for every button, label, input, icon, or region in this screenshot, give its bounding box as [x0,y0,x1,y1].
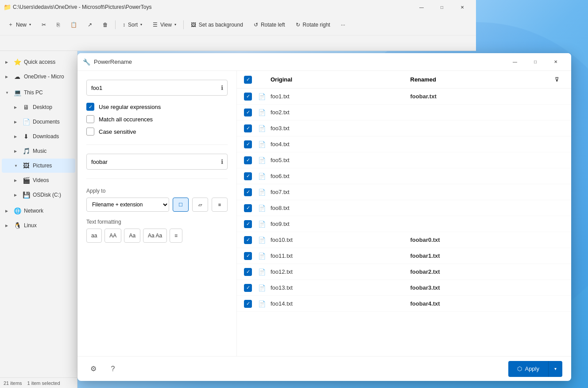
row-checkbox[interactable] [244,252,252,260]
apply-to-select[interactable]: Filename onlyExtension onlyFilename + ex… [86,198,169,212]
pr-title-icon: 🔧 [83,58,90,66]
sidebar-item-linux[interactable]: ▶ 🐧 Linux [2,218,75,233]
pr-maximize-button[interactable]: □ [525,55,545,69]
view-button[interactable]: ☰ View ▾ [148,17,181,33]
music-icon: 🎵 [22,147,30,155]
cut-icon: ✂ [42,22,46,28]
sidebar-item-label: OSDisk (C:) [33,192,61,198]
table-row[interactable]: 📄 foo8.txt [237,200,571,216]
row-checkbox[interactable] [244,140,252,148]
row-checkbox[interactable] [244,220,252,228]
row-checkbox[interactable] [244,156,252,164]
apply-to-section: Apply to Filename onlyExtension onlyFile… [86,188,228,212]
explorer-close-button[interactable]: ✕ [452,0,472,14]
explorer-window-title: C:\Users\dedavis\OneDrive - Microsoft\Pi… [13,4,410,10]
sidebar-item-pictures[interactable]: ▼ 🖼 Pictures [2,159,75,173]
table-row[interactable]: 📄 foo11.txt foobar1.txt [237,248,571,264]
sidebar-item-music[interactable]: ▶ 🎵 Music [2,144,75,158]
cloud-icon: ☁ [13,73,21,81]
cut-button[interactable]: ✂ [37,17,50,33]
file-icon: 📄 [258,141,266,148]
sidebar-item-onedrive[interactable]: ▶ ☁ OneDrive - Micro [2,70,75,84]
case-sensitive-checkbox[interactable] [86,128,94,136]
row-checkbox[interactable] [244,109,252,116]
search-info-icon[interactable]: ℹ [221,84,223,91]
row-checkbox[interactable] [244,300,252,308]
match-all-checkbox[interactable] [86,115,94,123]
row-file-icon-container: 📄 [258,205,271,212]
row-check [244,252,258,260]
rotate-right-button[interactable]: ↻ Rotate right [291,17,335,33]
table-row[interactable]: 📄 foo2.txt [237,105,571,120]
pr-left-panel: ℹ Use regular expressions Match all occu… [77,71,237,356]
list-format-button[interactable]: ≡ [170,229,182,243]
sidebar-item-osdisk[interactable]: ▶ 💾 OSDisk (C:) [2,188,75,202]
sidebar-item-videos[interactable]: ▶ 🎬 Videos [2,173,75,187]
apply-dropdown-button[interactable]: ▾ [548,361,562,377]
format-folders-button[interactable]: ▱ [192,198,208,212]
select-all-checkbox[interactable] [244,76,252,84]
table-row[interactable]: 📄 foo13.txt foobar3.txt [237,280,571,296]
apply-button[interactable]: ⬡ Apply [508,361,548,377]
table-row[interactable]: 📄 foo10.txt foobar0.txt [237,232,571,248]
sidebar-item-quick-access[interactable]: ▶ ⭐ Quick access [2,55,75,69]
sidebar-item-network[interactable]: ▶ 🌐 Network [2,204,75,218]
paste-button[interactable]: 📋 [66,17,81,33]
table-row[interactable]: 📄 foo7.txt [237,184,571,200]
sidebar-item-downloads[interactable]: ▶ ⬇ Downloads [2,129,75,144]
pr-footer: ⚙ ? ⬡ Apply ▾ [77,356,571,381]
help-button[interactable]: ? [106,362,120,376]
share-button[interactable]: ↗ [83,17,97,33]
replace-input[interactable] [86,154,228,170]
sidebar-item-documents[interactable]: ▶ 📄 Documents [2,115,75,129]
sidebar-item-desktop[interactable]: ▶ 🖥 Desktop [2,100,75,114]
lowercase-button[interactable]: aa [86,229,102,243]
table-row[interactable]: 📄 foo6.txt [237,168,571,184]
filter-button[interactable]: ⊽ [550,76,564,83]
set-background-button[interactable]: 🖼 Set as background [186,17,248,33]
row-checkbox[interactable] [244,284,252,292]
copy-icon: ⎘ [57,22,60,28]
row-checkbox[interactable] [244,188,252,196]
format-files-button[interactable]: ☐ [173,198,189,212]
titlecase-button[interactable]: Aa [124,229,140,243]
new-button[interactable]: ＋ New ▾ [4,17,35,33]
table-row[interactable]: 📄 foo1.txt foobar.txt [237,89,571,105]
copy-button[interactable]: ⎘ [52,17,64,33]
row-file-icon-container: 📄 [258,300,271,307]
table-row[interactable]: 📄 foo12.txt foobar2.txt [237,264,571,280]
table-row[interactable]: 📄 foo3.txt [237,120,571,136]
pr-minimize-button[interactable]: — [505,55,525,69]
table-row[interactable]: 📄 foo5.txt [237,152,571,168]
row-checkbox[interactable] [244,204,252,212]
replace-info-icon[interactable]: ℹ [221,158,223,165]
camelcase-button[interactable]: Aa Aa [143,229,167,243]
row-original: foo11.txt [271,252,410,259]
pr-close-button[interactable]: ✕ [545,55,566,69]
more-button[interactable]: ··· [337,17,350,33]
row-checkbox[interactable] [244,93,252,101]
sort-button[interactable]: ↕ Sort ▾ [118,17,147,33]
row-checkbox[interactable] [244,236,252,244]
explorer-maximize-button[interactable]: □ [432,0,452,14]
delete-button[interactable]: 🗑 [98,17,112,33]
settings-button[interactable]: ⚙ [86,362,101,376]
use-regex-checkbox[interactable] [86,103,94,111]
sidebar-item-this-pc[interactable]: ▼ 💻 This PC [2,85,75,100]
table-row[interactable]: 📄 foo14.txt foobar4.txt [237,296,571,312]
linux-icon: 🐧 [13,221,21,229]
table-row[interactable]: 📄 foo9.txt [237,216,571,232]
use-regex-label: Use regular expressions [99,104,161,110]
rotate-left-button[interactable]: ↺ Rotate left [249,17,290,33]
row-checkbox[interactable] [244,268,252,276]
file-icon: 📄 [258,173,266,180]
explorer-minimize-button[interactable]: — [411,0,432,14]
search-input[interactable] [86,80,228,96]
row-checkbox[interactable] [244,172,252,180]
header-check [244,76,258,84]
format-both-button[interactable]: ≡ [212,198,228,212]
uppercase-button[interactable]: AA [104,229,121,243]
table-row[interactable]: 📄 foo4.txt [237,136,571,152]
row-file-icon-container: 📄 [258,284,271,291]
row-checkbox[interactable] [244,124,252,132]
